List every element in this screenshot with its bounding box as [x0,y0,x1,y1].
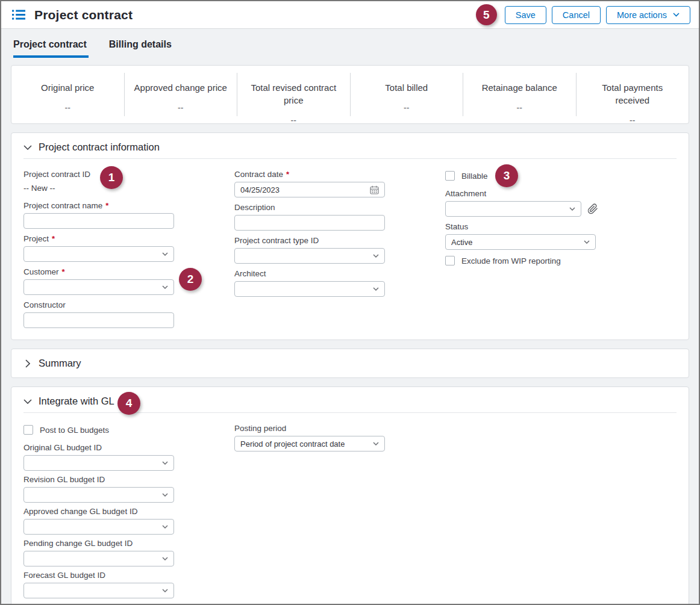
status-label: Status [445,222,468,231]
status-select[interactable]: Active [445,234,596,250]
posting-period-select[interactable]: Period of project contract date [234,436,385,451]
attachment-label: Attachment [445,189,486,198]
contract-date-value: 04/25/2023 [240,185,280,194]
info-column-left: Project contract ID -- New -- Project co… [23,170,234,334]
kpi-original-price: Original price -- [11,73,124,116]
section-project-contract-information: Project contract information Project con… [11,132,689,340]
field-status: Status Active [445,222,656,250]
chevron-down-icon [23,399,32,404]
section-toggle-summary[interactable]: Summary [23,358,677,377]
field-project-contract-type-id: Project contract type ID [234,236,445,264]
status-select-value: Active [451,238,472,247]
customer-select[interactable] [23,279,174,295]
architect-select[interactable] [234,281,385,297]
paperclip-icon[interactable] [587,203,598,214]
kpi-label: Total payments received [577,81,689,107]
forecast-gl-budget-id-select[interactable] [23,583,174,598]
kpi-label: Approved change price [125,81,237,94]
field-posting-period: Posting period Period of project contrac… [234,424,445,451]
kpi-label: Total revised contract price [237,81,350,107]
chevron-down-icon [373,287,379,291]
field-contract-date: Contract date * 04/25/2023 [234,170,445,197]
post-to-gl-label: Post to GL budgets [40,426,109,435]
contract-date-input[interactable]: 04/25/2023 [234,182,385,197]
project-contract-id-label: Project contract ID [23,170,90,179]
chevron-down-icon [162,493,168,497]
kpi-total-billed: Total billed -- [350,73,463,116]
save-button[interactable]: Save [505,6,546,24]
pending-change-gl-budget-id-label: Pending change GL budget ID [23,539,133,548]
callout-badge-5: 5 [476,4,497,25]
post-to-gl-checkbox[interactable] [23,425,33,435]
chevron-down-icon [584,240,590,244]
topbar: Project contract 5 Save Cancel More acti… [1,1,699,29]
original-gl-budget-id-label: Original GL budget ID [23,443,102,452]
field-architect: Architect [234,269,445,297]
description-label: Description [234,203,275,212]
revision-gl-budget-id-select[interactable] [23,487,174,503]
approved-change-gl-budget-id-select[interactable] [23,519,174,535]
field-original-gl-budget-id: Original GL budget ID [23,443,234,471]
field-attachment: Attachment [445,189,656,217]
other-gl-budget-id-label: Other GL budget ID [23,603,94,605]
calendar-icon[interactable] [370,185,379,194]
kpi-approved-change-price: Approved change price -- [124,73,237,116]
project-contract-id-value: -- New -- [23,184,234,193]
kpi-value: -- [125,103,237,113]
kpi-label: Original price [11,81,124,94]
project-select[interactable] [23,246,174,262]
chevron-right-icon [25,359,30,368]
required-asterisk: * [286,170,289,179]
gl-column-middle: Posting period Period of project contrac… [234,424,445,605]
revision-gl-budget-id-label: Revision GL budget ID [23,475,105,484]
kpi-retainage-balance: Retainage balance -- [463,73,576,116]
required-asterisk: * [105,201,108,210]
attachment-select[interactable] [445,201,581,217]
kpi-total-revised-contract-price: Total revised contract price -- [237,73,350,116]
page-title: Project contract [34,8,133,22]
field-project: Project * [23,234,234,262]
chevron-down-icon [162,252,168,256]
info-column-right: Billable Attachment [445,170,656,334]
kpi-value: -- [577,116,689,125]
project-contract-name-input[interactable] [23,213,174,229]
field-customer: Customer * [23,267,234,295]
billable-checkbox[interactable] [445,171,455,181]
constructor-input[interactable] [23,312,174,328]
chevron-down-icon [23,145,32,150]
original-gl-budget-id-select[interactable] [23,455,174,471]
tab-project-contract-label: Project contract [13,39,87,49]
forecast-gl-budget-id-label: Forecast GL budget ID [23,571,105,580]
section-summary: Summary [11,349,689,378]
kpi-value: -- [351,103,463,113]
billable-label: Billable [461,172,488,181]
approved-change-gl-budget-id-label: Approved change GL budget ID [23,507,137,516]
section-toggle-project-contract-information[interactable]: Project contract information [23,141,677,159]
architect-label: Architect [234,269,266,278]
chevron-down-icon [569,207,575,211]
more-actions-button[interactable]: More actions [606,6,690,24]
list-menu-icon[interactable] [12,10,25,20]
tab-bar: Project contract Billing details [1,29,699,58]
topbar-actions: 5 Save Cancel More actions [476,4,690,25]
pending-change-gl-budget-id-select[interactable] [23,551,174,566]
chevron-down-icon [162,589,168,592]
chevron-down-icon [373,254,379,258]
chevron-down-icon [373,442,379,445]
chevron-down-icon [162,285,168,289]
tab-billing-details-label: Billing details [109,39,172,49]
tab-project-contract[interactable]: Project contract [13,39,89,58]
exclude-wip-label: Exclude from WIP reporting [461,256,561,265]
description-input[interactable] [234,215,385,231]
topbar-left: Project contract [12,8,133,22]
chevron-down-icon [162,557,168,560]
field-constructor: Constructor [23,300,234,328]
project-contract-type-id-select[interactable] [234,248,385,264]
more-actions-label: More actions [617,10,667,20]
tab-billing-details[interactable]: Billing details [109,39,173,58]
cancel-button[interactable]: Cancel [552,6,601,24]
required-asterisk: * [52,234,55,243]
callout-badge-1: 1 [100,166,123,189]
required-asterisk: * [62,267,65,276]
exclude-wip-checkbox[interactable] [445,256,455,265]
